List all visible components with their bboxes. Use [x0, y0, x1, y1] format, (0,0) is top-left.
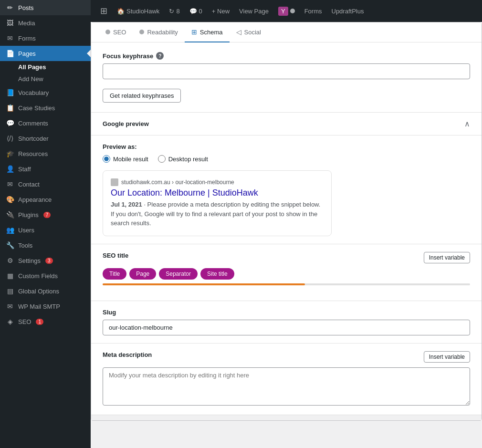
wp-logo-btn[interactable]: ⊞: [96, 4, 111, 18]
meta-desc-insert-variable-button[interactable]: Insert variable: [424, 351, 470, 363]
seo-tag-page[interactable]: Page: [129, 268, 156, 280]
new-label: + New: [212, 8, 230, 15]
seo-title-insert-variable-button[interactable]: Insert variable: [424, 252, 470, 263]
tab-schema-label: Schema: [200, 29, 223, 36]
pages-icon: 📄: [6, 50, 14, 57]
slug-input[interactable]: [103, 320, 470, 335]
plugins-icon: 🔌: [6, 211, 14, 219]
sidebar-item-wp-mail-smtp[interactable]: ✉WP Mail SMTP: [0, 299, 91, 314]
shortcoder-icon: ⟨/⟩: [6, 135, 14, 142]
sidebar-label-vocabulary: Vocabulary: [18, 89, 49, 96]
comments-btn[interactable]: 💬 0: [186, 6, 206, 17]
appearance-icon: 🎨: [6, 196, 14, 203]
updates-btn[interactable]: ↻ 8: [165, 6, 183, 17]
sidebar-item-seo[interactable]: ◈SEO1: [0, 314, 91, 329]
sidebar-item-resources[interactable]: 🎓Resources: [0, 146, 91, 161]
resources-icon: 🎓: [6, 150, 14, 157]
sidebar-item-posts[interactable]: ✏Posts: [0, 0, 91, 15]
tab-readability[interactable]: Readability: [133, 23, 184, 42]
sidebar-label-users: Users: [18, 227, 34, 234]
sidebar-item-comments[interactable]: 💬Comments: [0, 115, 91, 131]
case-studies-icon: 📋: [6, 104, 14, 112]
sidebar-item-tools[interactable]: 🔧Tools: [0, 238, 91, 253]
social-icon: ◁: [236, 28, 241, 36]
sidebar-item-case-studies[interactable]: 📋Case Studies: [0, 100, 91, 115]
plugins-badge: 7: [43, 212, 51, 218]
desktop-result-option[interactable]: Desktop result: [158, 155, 208, 163]
view-page-btn[interactable]: View Page: [235, 6, 272, 17]
sub-item-all-pages[interactable]: All Pages: [0, 61, 91, 73]
sidebar-item-contact[interactable]: ✉Contact: [0, 177, 91, 192]
sidebar-item-settings[interactable]: ⚙Settings3: [0, 253, 91, 268]
tab-social-label: Social: [244, 29, 261, 36]
site-name-btn[interactable]: 🏠 StudioHawk: [113, 6, 163, 17]
sidebar-label-seo: SEO: [18, 318, 31, 325]
sidebar-item-shortcoder[interactable]: ⟨/⟩Shortcoder: [0, 131, 91, 146]
yoast-btn[interactable]: Y: [274, 5, 299, 18]
focus-keyphrase-input[interactable]: [103, 63, 470, 79]
google-breadcrumb-text: studiohawk.com.au › our-location-melbour…: [121, 179, 234, 186]
meta-description-textarea[interactable]: [103, 367, 470, 406]
main-area: ⊞ 🏠 StudioHawk ↻ 8 💬 0 + New View Page Y…: [91, 0, 482, 448]
sidebar-item-global-options[interactable]: ▤Global Options: [0, 283, 91, 299]
sidebar-item-custom-fields[interactable]: ▦Custom Fields: [0, 268, 91, 283]
seo-panel: SEO Readability ⊞ Schema ◁ Social F: [91, 22, 482, 421]
forms-icon: ✉: [6, 34, 14, 42]
main-content: SEO Readability ⊞ Schema ◁ Social F: [91, 22, 482, 448]
yoast-status-icon: [290, 9, 295, 13]
seo-title-section: SEO title Insert variable TitlePageSepar…: [91, 244, 482, 301]
sidebar-label-media: Media: [18, 20, 35, 27]
sidebar-item-appearance[interactable]: 🎨Appearance: [0, 192, 91, 207]
tab-seo-label: SEO: [113, 29, 126, 36]
sidebar-item-pages[interactable]: 📄Pages: [0, 46, 91, 61]
seo-title-header: SEO title Insert variable: [103, 252, 470, 263]
slug-section: Slug: [91, 301, 482, 343]
desktop-radio[interactable]: [158, 155, 166, 163]
updraftplus-btn[interactable]: UpdraftPlus: [328, 6, 368, 17]
google-preview-header[interactable]: Google preview ∧: [91, 112, 482, 135]
get-related-button[interactable]: Get related keyphrases: [103, 89, 181, 103]
sidebar-item-users[interactable]: 👥Users: [0, 222, 91, 238]
settings-badge: 3: [45, 258, 53, 264]
updates-count: 8: [176, 8, 179, 15]
seo-tag-title[interactable]: Title: [103, 268, 126, 280]
active-arrow-icon: [87, 50, 91, 57]
slug-label: Slug: [103, 309, 470, 316]
new-btn[interactable]: + New: [208, 6, 233, 17]
focus-keyphrase-help-icon[interactable]: ?: [156, 52, 164, 60]
sidebar-item-plugins[interactable]: 🔌Plugins7: [0, 207, 91, 222]
sidebar: ✏Posts🖼Media✉Forms📄PagesAll PagesAdd New…: [0, 0, 91, 448]
tab-social[interactable]: ◁ Social: [230, 22, 268, 42]
meta-description-label: Meta description: [103, 351, 152, 358]
staff-icon: 👤: [6, 165, 14, 173]
sub-item-add-new[interactable]: Add New: [0, 73, 91, 85]
tab-seo[interactable]: SEO: [99, 23, 133, 42]
sidebar-label-contact: Contact: [18, 181, 40, 188]
seo-tag-separator[interactable]: Separator: [159, 268, 198, 280]
google-page-title[interactable]: Our Location: Melbourne | StudioHawk: [111, 188, 324, 198]
view-page-label: View Page: [239, 8, 269, 15]
sidebar-label-plugins: Plugins: [18, 211, 39, 219]
posts-icon: ✏: [6, 4, 14, 11]
sidebar-label-wp-mail-smtp: WP Mail SMTP: [18, 303, 60, 310]
forms-btn[interactable]: Forms: [301, 6, 326, 17]
sidebar-item-staff[interactable]: 👤Staff: [0, 161, 91, 177]
comments-icon: 💬: [6, 119, 14, 127]
google-preview-title: Google preview: [103, 120, 149, 127]
sidebar-item-vocabulary[interactable]: 📘Vocabulary: [0, 85, 91, 100]
seo-icon: ◈: [6, 318, 14, 325]
comment-icon: 💬: [189, 8, 197, 15]
google-description: Jul 1, 2021 · Please provide a meta desc…: [111, 200, 324, 228]
tab-schema[interactable]: ⊞ Schema: [185, 22, 230, 42]
sidebar-label-custom-fields: Custom Fields: [18, 272, 58, 280]
mobile-radio[interactable]: [103, 155, 110, 163]
comments-count: 0: [199, 8, 202, 15]
chevron-up-icon: ∧: [464, 119, 470, 128]
mobile-result-option[interactable]: Mobile result: [103, 155, 148, 163]
sidebar-label-resources: Resources: [18, 150, 48, 157]
sidebar-item-forms[interactable]: ✉Forms: [0, 31, 91, 46]
sidebar-item-media[interactable]: 🖼Media: [0, 15, 91, 31]
meta-description-section: Meta description Insert variable: [91, 343, 482, 415]
seo-tag-site-title[interactable]: Site title: [200, 268, 234, 280]
global-options-icon: ▤: [6, 287, 14, 295]
